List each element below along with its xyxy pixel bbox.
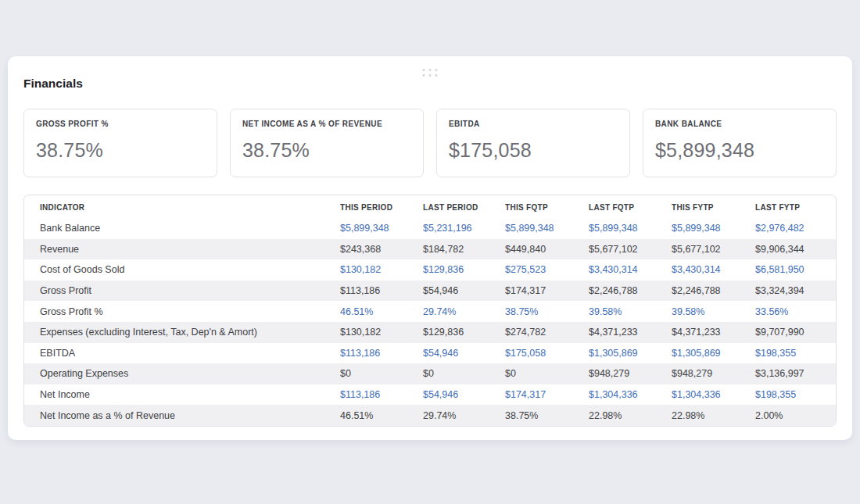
- column-header: THIS FQTP: [505, 195, 589, 218]
- value-cell[interactable]: $1,305,869: [672, 343, 755, 364]
- column-header: LAST PERIOD: [423, 195, 505, 218]
- value-cell: $113,186: [340, 281, 423, 302]
- column-header: THIS FYTP: [672, 195, 755, 218]
- page-background: { "header": { "title": "Financials" }, "…: [0, 0, 860, 504]
- table-row: Operating Expenses$0$0$0$948,279$948,279…: [24, 363, 836, 384]
- kpi-card-row: GROSS PROFIT %38.75%NET INCOME AS A % OF…: [23, 109, 837, 177]
- value-cell[interactable]: 38.75%: [505, 301, 589, 322]
- value-cell[interactable]: $5,899,348: [340, 218, 423, 239]
- value-cell: $5,677,102: [672, 239, 755, 260]
- kpi-value: 38.75%: [242, 139, 411, 162]
- value-cell[interactable]: $5,899,348: [505, 218, 589, 239]
- table-row: EBITDA$113,186$54,946$175,058$1,305,869$…: [24, 343, 836, 364]
- value-cell[interactable]: $113,186: [340, 384, 423, 406]
- indicator-cell: Net Income as a % of Revenue: [24, 405, 340, 426]
- value-cell: $449,840: [505, 239, 589, 260]
- table-row: Expenses (excluding Interest, Tax, Dep'n…: [24, 322, 836, 343]
- column-header: LAST FQTP: [589, 195, 672, 218]
- value-cell[interactable]: $2,976,482: [755, 218, 836, 239]
- kpi-card: GROSS PROFIT %38.75%: [23, 109, 217, 177]
- value-cell: $4,371,233: [672, 322, 755, 343]
- value-cell[interactable]: $198,355: [755, 384, 836, 406]
- kpi-value: $175,058: [449, 139, 618, 162]
- kpi-value: 38.75%: [36, 139, 205, 162]
- value-cell: $129,836: [423, 322, 505, 343]
- indicator-cell: Cost of Goods Sold: [24, 259, 340, 281]
- value-cell: $3,136,997: [755, 363, 836, 384]
- kpi-label: NET INCOME AS A % OF REVENUE: [242, 120, 411, 128]
- value-cell: 22.98%: [589, 405, 672, 426]
- table-row: Revenue$243,368$184,782$449,840$5,677,10…: [24, 239, 836, 260]
- indicator-cell: Bank Balance: [24, 218, 340, 239]
- value-cell: $184,782: [423, 239, 505, 260]
- value-cell[interactable]: 39.58%: [672, 301, 755, 322]
- value-cell[interactable]: 46.51%: [340, 301, 423, 322]
- value-cell: $2,246,788: [672, 281, 755, 302]
- value-cell[interactable]: $130,182: [340, 259, 423, 281]
- value-cell[interactable]: $1,304,336: [589, 384, 672, 406]
- value-cell: $54,946: [423, 281, 505, 302]
- value-cell: $9,906,344: [755, 239, 836, 260]
- drag-handle-icon[interactable]: [420, 66, 441, 80]
- kpi-label: BANK BALANCE: [655, 120, 824, 128]
- indicator-cell: Revenue: [24, 239, 340, 260]
- table-row: Gross Profit$113,186$54,946$174,317$2,24…: [24, 281, 836, 302]
- value-cell: 29.74%: [423, 405, 505, 426]
- value-cell[interactable]: $1,304,336: [672, 384, 755, 406]
- indicator-cell: Gross Profit %: [24, 301, 340, 322]
- value-cell[interactable]: $3,430,314: [589, 259, 672, 281]
- value-cell[interactable]: $129,836: [423, 259, 505, 281]
- value-cell: $130,182: [340, 322, 423, 343]
- column-header: THIS PERIOD: [340, 195, 423, 218]
- table-row: Bank Balance$5,899,348$5,231,196$5,899,3…: [24, 218, 836, 239]
- kpi-label: GROSS PROFIT %: [36, 120, 205, 128]
- kpi-card: EBITDA$175,058: [436, 109, 630, 177]
- value-cell: $4,371,233: [589, 322, 672, 343]
- value-cell: $0: [340, 363, 423, 384]
- value-cell[interactable]: $6,581,950: [755, 259, 836, 281]
- financials-table: INDICATORTHIS PERIODLAST PERIODTHIS FQTP…: [24, 195, 836, 426]
- financials-table-container: INDICATORTHIS PERIODLAST PERIODTHIS FQTP…: [23, 195, 837, 427]
- financials-widget: Financials GROSS PROFIT %38.75%NET INCOM…: [8, 56, 852, 440]
- value-cell: $243,368: [340, 239, 423, 260]
- value-cell[interactable]: 33.56%: [755, 301, 836, 322]
- indicator-cell: Net Income: [24, 384, 340, 406]
- kpi-card: BANK BALANCE$5,899,348: [643, 109, 837, 177]
- value-cell[interactable]: $198,355: [755, 343, 836, 364]
- indicator-cell: Gross Profit: [24, 281, 340, 302]
- value-cell: $274,782: [505, 322, 589, 343]
- indicator-cell: Expenses (excluding Interest, Tax, Dep'n…: [24, 322, 340, 343]
- table-row: Net Income$113,186$54,946$174,317$1,304,…: [24, 384, 836, 406]
- table-row: Cost of Goods Sold$130,182$129,836$275,5…: [24, 259, 836, 281]
- kpi-card: NET INCOME AS A % OF REVENUE38.75%: [230, 109, 424, 177]
- value-cell: $0: [505, 363, 589, 384]
- value-cell[interactable]: $1,305,869: [589, 343, 672, 364]
- value-cell: 38.75%: [505, 405, 589, 426]
- value-cell[interactable]: 39.58%: [589, 301, 672, 322]
- value-cell[interactable]: $3,430,314: [672, 259, 755, 281]
- value-cell: 22.98%: [672, 405, 755, 426]
- table-row: Net Income as a % of Revenue46.51%29.74%…: [24, 405, 836, 426]
- value-cell[interactable]: $113,186: [340, 343, 423, 364]
- value-cell: $948,279: [589, 363, 672, 384]
- value-cell[interactable]: $174,317: [505, 384, 589, 406]
- value-cell[interactable]: 29.74%: [423, 301, 505, 322]
- column-header: INDICATOR: [24, 195, 340, 218]
- value-cell[interactable]: $5,899,348: [672, 218, 755, 239]
- value-cell: 2.00%: [755, 405, 836, 426]
- value-cell[interactable]: $175,058: [505, 343, 589, 364]
- indicator-cell: EBITDA: [24, 343, 340, 364]
- column-header: LAST FYTP: [755, 195, 836, 218]
- value-cell[interactable]: $5,899,348: [589, 218, 672, 239]
- value-cell: $9,707,990: [755, 322, 836, 343]
- value-cell[interactable]: $54,946: [423, 384, 505, 406]
- value-cell: $948,279: [672, 363, 755, 384]
- value-cell[interactable]: $54,946: [423, 343, 505, 364]
- value-cell: $3,324,394: [755, 281, 836, 302]
- value-cell[interactable]: $5,231,196: [423, 218, 505, 239]
- table-row: Gross Profit %46.51%29.74%38.75%39.58%39…: [24, 301, 836, 322]
- value-cell: $174,317: [505, 281, 589, 302]
- kpi-value: $5,899,348: [655, 139, 824, 162]
- indicator-cell: Operating Expenses: [24, 363, 340, 384]
- value-cell[interactable]: $275,523: [505, 259, 589, 281]
